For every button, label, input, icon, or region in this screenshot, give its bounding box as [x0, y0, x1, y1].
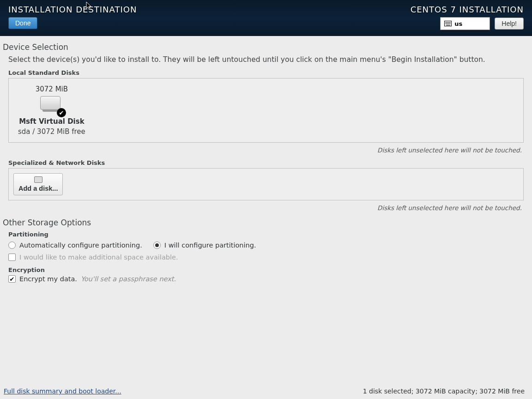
other-storage-title: Other Storage Options [3, 218, 529, 227]
add-disk-label: Add a disk... [18, 185, 58, 192]
footer-status: 1 disk selected; 3072 MiB capacity; 3072… [363, 387, 525, 395]
manual-partitioning-label: I will configure partitioning. [164, 242, 256, 249]
header-left: INSTALLATION DESTINATION Done [8, 5, 137, 32]
manual-partitioning-option[interactable]: I will configure partitioning. [153, 242, 256, 249]
header-bar: INSTALLATION DESTINATION Done CENTOS 7 I… [0, 0, 532, 36]
selected-check-icon: ✔ [57, 108, 66, 117]
encrypt-note: You'll set a passphrase next. [81, 275, 176, 283]
encryption-label: Encryption [3, 262, 529, 274]
help-button[interactable]: Help! [495, 18, 524, 30]
footer-bar: Full disk summary and boot loader... 1 d… [0, 383, 532, 399]
disk-meta: sda / 3072 MiB free [18, 126, 85, 136]
partitioning-group: Automatically configure partitioning. I … [3, 239, 529, 262]
network-disks-panel: Add a disk... [8, 168, 524, 200]
content-area: Device Selection Select the device(s) yo… [0, 36, 532, 383]
make-space-option: I would like to make additional space av… [8, 251, 529, 261]
network-disks-hint: Disks left unselected here will not be t… [3, 202, 529, 215]
hard-drive-icon [40, 96, 60, 110]
header-controls: us Help! [440, 17, 524, 30]
keyboard-icon [444, 21, 452, 26]
done-button[interactable]: Done [8, 17, 37, 29]
disk-summary-link[interactable]: Full disk summary and boot loader... [4, 387, 121, 395]
auto-partitioning-label: Automatically configure partitioning. [19, 242, 142, 249]
disk-capacity: 3072 MiB [36, 85, 68, 96]
add-disk-button[interactable]: Add a disk... [13, 173, 63, 195]
partitioning-radio-row: Automatically configure partitioning. I … [8, 240, 529, 251]
encrypt-data-option[interactable]: Encrypt my data. You'll set a passphrase… [8, 275, 529, 283]
device-selection-title: Device Selection [3, 42, 529, 52]
local-disks-hint: Disks left unselected here will not be t… [3, 145, 529, 157]
encryption-group: Encrypt my data. You'll set a passphrase… [3, 274, 529, 284]
disk-icon-wrap: ✔ [40, 96, 63, 115]
page-title: INSTALLATION DESTINATION [8, 5, 137, 14]
encrypt-data-label: Encrypt my data. [19, 275, 77, 283]
partitioning-label: Partitioning [3, 229, 529, 239]
radio-icon [8, 242, 16, 249]
add-disk-icon [34, 176, 42, 183]
local-disks-panel: 3072 MiB ✔ Msft Virtual Disk sda / 3072 … [8, 78, 524, 143]
device-selection-description: Select the device(s) you'd like to insta… [3, 54, 529, 67]
auto-partitioning-option[interactable]: Automatically configure partitioning. [8, 242, 142, 249]
local-disks-label: Local Standard Disks [3, 67, 529, 77]
product-title: CENTOS 7 INSTALLATION [411, 5, 524, 14]
radio-icon [153, 242, 161, 249]
disk-name: Msft Virtual Disk [19, 115, 85, 126]
header-right: CENTOS 7 INSTALLATION us Help! [411, 5, 524, 32]
network-disks-label: Specialized & Network Disks [3, 157, 529, 167]
keyboard-layout-label: us [454, 20, 462, 27]
checkbox-icon [8, 254, 16, 261]
disk-card[interactable]: 3072 MiB ✔ Msft Virtual Disk sda / 3072 … [13, 83, 90, 138]
make-space-label: I would like to make additional space av… [19, 254, 178, 261]
keyboard-layout-selector[interactable]: us [440, 17, 490, 30]
checkbox-icon [8, 275, 16, 283]
